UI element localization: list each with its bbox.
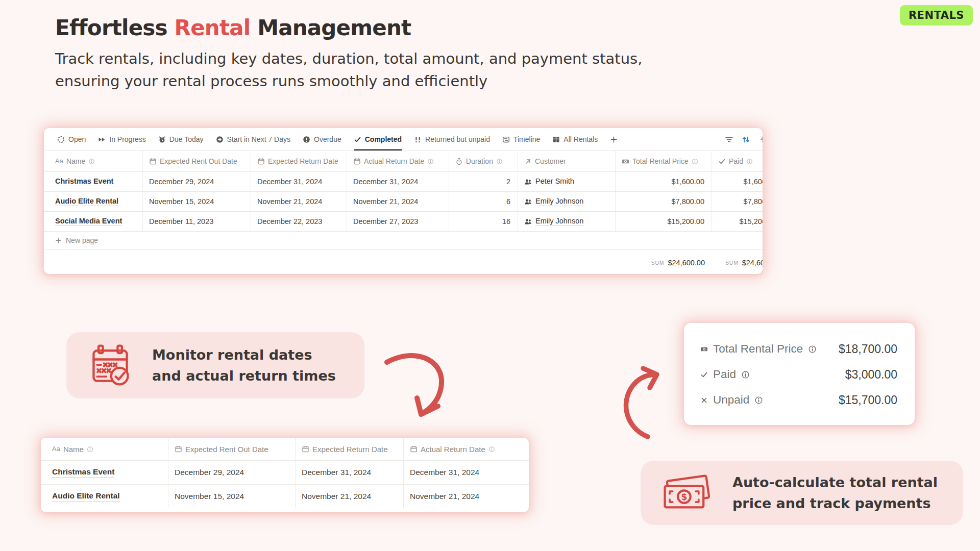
payment-stats-card: Total Rental Price$18,700.00Paid$3,000.0… bbox=[684, 323, 915, 425]
tab-completed[interactable]: Completed bbox=[354, 128, 402, 151]
calendar-icon bbox=[353, 158, 361, 165]
tab-label: Due Today bbox=[169, 135, 204, 143]
cell-expected_return: November 21, 2024 bbox=[251, 192, 347, 211]
info-icon bbox=[808, 345, 817, 354]
tab-label: Returned but unpaid bbox=[425, 135, 490, 143]
page-link[interactable]: Christmas Event bbox=[52, 467, 114, 478]
cell-rent_out: November 15, 2024 bbox=[168, 485, 296, 508]
bangbang-icon bbox=[414, 136, 422, 143]
cell-duration: 2 bbox=[449, 172, 518, 191]
view-tabs-bar: OpenIn ProgressDue TodayStart in Next 7 … bbox=[44, 128, 763, 151]
customer-link[interactable]: Emily Johnson bbox=[535, 197, 583, 206]
table-row: Christmas EventDecember 29, 2024December… bbox=[41, 461, 529, 485]
cell-duration: 16 bbox=[449, 212, 518, 231]
column-header-name[interactable]: AaName bbox=[44, 151, 143, 171]
tab-start-in-next-7-days[interactable]: Start in Next 7 Days bbox=[216, 128, 291, 151]
cell-total_price: $7,800.00 bbox=[616, 192, 712, 211]
column-label: Name bbox=[63, 445, 84, 454]
overdue-icon bbox=[303, 136, 310, 143]
add-view-button[interactable] bbox=[610, 128, 618, 151]
column-label: Actual Return Date bbox=[364, 157, 424, 165]
stopwatch-icon bbox=[455, 158, 463, 165]
calendar-icon bbox=[410, 445, 418, 453]
cell-name: Social Media Event bbox=[44, 212, 143, 231]
page-link[interactable]: Audio Elite Rental bbox=[52, 491, 120, 502]
dates-table: AaNameExpected Rent Out DateExpected Ret… bbox=[41, 438, 529, 508]
page-title: Effortless Rental Management bbox=[55, 15, 642, 40]
sum-total-rental-price[interactable]: SUM $24,600.00 bbox=[616, 251, 712, 274]
tab-returned-but-unpaid[interactable]: Returned but unpaid bbox=[414, 128, 490, 151]
tab-label: All Rentals bbox=[564, 135, 598, 143]
tab-overdue[interactable]: Overdue bbox=[303, 128, 341, 151]
callout-auto-calculate-text: Auto-calculate total rentalprice and tra… bbox=[732, 472, 938, 514]
xmark-icon bbox=[700, 396, 708, 404]
table-toolbar bbox=[725, 128, 763, 151]
column-header-actual-return-date[interactable]: Actual Return Date bbox=[347, 151, 449, 171]
customer-link[interactable]: Emily Johnson bbox=[535, 217, 583, 226]
stat-label: Total Rental Price bbox=[713, 342, 803, 356]
column-label: Expected Rent Out Date bbox=[160, 157, 237, 165]
plus-icon bbox=[55, 237, 62, 244]
tab-label: Open bbox=[68, 135, 86, 143]
new-page-button[interactable]: New page bbox=[44, 232, 763, 249]
stat-label: Unpaid bbox=[713, 393, 749, 407]
title-highlight: Rental bbox=[175, 15, 251, 40]
table-row: Audio Elite RentalNovember 15, 2024Novem… bbox=[44, 192, 763, 212]
bolt-icon[interactable] bbox=[758, 135, 763, 143]
info-icon bbox=[87, 446, 93, 453]
aa-icon: Aa bbox=[55, 158, 63, 165]
calendar-icon bbox=[175, 445, 182, 453]
banknote-icon bbox=[622, 158, 629, 165]
stat-value: $18,700.00 bbox=[839, 342, 897, 356]
cell-customer: Emily Johnson bbox=[518, 192, 616, 211]
sum-paid[interactable]: SUM $24,600.00 bbox=[712, 251, 763, 274]
checkmark-icon bbox=[718, 158, 726, 165]
column-label: Customer bbox=[535, 157, 566, 165]
stat-label-group: Paid bbox=[700, 368, 845, 381]
customer-link[interactable]: Peter Smith bbox=[535, 177, 574, 186]
checkmark-icon bbox=[700, 371, 708, 379]
cell-customer: Peter Smith bbox=[518, 172, 616, 191]
column-header-expected-rent-out-date[interactable]: Expected Rent Out Date bbox=[143, 151, 251, 171]
table-header-row: AaNameExpected Rent Out DateExpected Ret… bbox=[41, 438, 529, 461]
cell-rent_out: November 15, 2024 bbox=[143, 192, 251, 211]
table-row: Audio Elite RentalNovember 15, 2024Novem… bbox=[41, 485, 529, 508]
tab-open[interactable]: Open bbox=[57, 128, 86, 151]
grid-icon bbox=[552, 136, 560, 143]
sum-label: SUM bbox=[651, 260, 665, 266]
banknote-icon bbox=[700, 345, 708, 353]
column-header-expected-return-date[interactable]: Expected Return Date bbox=[296, 438, 404, 460]
tab-in-progress[interactable]: In Progress bbox=[98, 128, 146, 151]
tab-all-rentals[interactable]: All Rentals bbox=[552, 128, 598, 151]
alarm-icon bbox=[158, 136, 166, 143]
column-header-customer[interactable]: Customer bbox=[518, 151, 616, 171]
table-row: Social Media EventDecember 11, 2023Decem… bbox=[44, 212, 763, 232]
startnext-icon bbox=[216, 136, 224, 143]
calendar-icon bbox=[149, 158, 157, 165]
column-header-name[interactable]: AaName bbox=[41, 438, 168, 460]
filter-icon[interactable] bbox=[725, 135, 733, 144]
page-link[interactable]: Audio Elite Rental bbox=[55, 197, 118, 206]
page-link[interactable]: Christmas Event bbox=[55, 177, 113, 186]
curved-arrow-down-icon bbox=[373, 343, 459, 430]
column-header-actual-return-date[interactable]: Actual Return Date bbox=[404, 438, 529, 460]
callout-monitor-dates-text: Monitor rental datesand actual return ti… bbox=[152, 344, 336, 386]
column-label: Expected Return Date bbox=[312, 445, 388, 454]
banknotes-icon: $ bbox=[661, 472, 714, 513]
page-link[interactable]: Social Media Event bbox=[55, 217, 122, 226]
cell-rent_out: December 11, 2023 bbox=[143, 212, 251, 231]
page-subtitle: Track rentals, including key dates, dura… bbox=[55, 47, 642, 92]
column-header-expected-rent-out-date[interactable]: Expected Rent Out Date bbox=[168, 438, 296, 460]
cell-actual_return: November 21, 2024 bbox=[347, 192, 449, 211]
column-header-total-rental-price[interactable]: Total Rental Price bbox=[616, 151, 712, 171]
column-header-paid[interactable]: Paid bbox=[712, 151, 763, 171]
tab-timeline[interactable]: Timeline bbox=[502, 128, 540, 151]
cell-name: Audio Elite Rental bbox=[44, 192, 143, 211]
column-header-expected-return-date[interactable]: Expected Return Date bbox=[251, 151, 347, 171]
cell-expected_return: December 22, 2023 bbox=[251, 212, 347, 231]
cell-rent_out: December 29, 2024 bbox=[143, 172, 251, 191]
column-header-duration[interactable]: Duration bbox=[449, 151, 518, 171]
sort-icon[interactable] bbox=[742, 135, 750, 144]
tab-due-today[interactable]: Due Today bbox=[158, 128, 204, 151]
tab-label: Start in Next 7 Days bbox=[227, 135, 291, 143]
